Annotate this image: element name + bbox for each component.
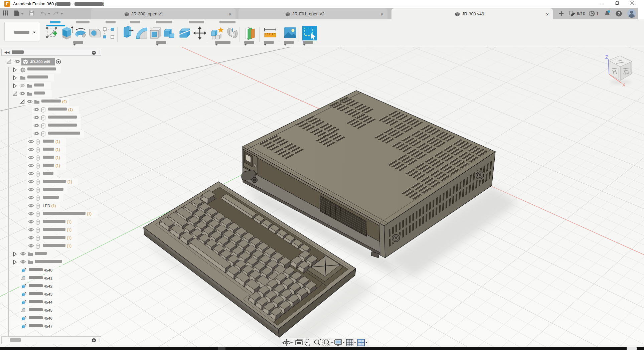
svg-text:?: ? xyxy=(618,11,620,16)
svg-text:Z: Z xyxy=(605,54,608,60)
svg-text:X: X xyxy=(622,82,626,88)
